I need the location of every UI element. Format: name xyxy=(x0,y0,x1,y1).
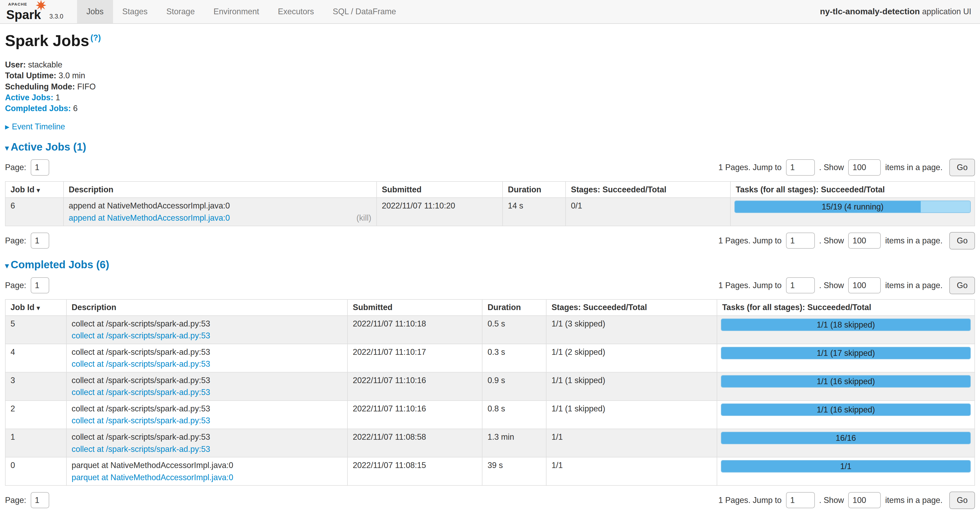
scheduling-mode-value: FIFO xyxy=(77,82,96,91)
page-number-input[interactable] xyxy=(31,233,49,249)
description-text: collect at /spark-scripts/spark-ad.py:53 xyxy=(72,347,342,357)
items-text: items in a page. xyxy=(885,236,943,246)
go-button[interactable]: Go xyxy=(949,277,975,294)
job-detail-link[interactable]: append at NativeMethodAccessorImpl.java:… xyxy=(69,213,230,222)
col-header-duration[interactable]: Duration xyxy=(503,181,566,198)
pagination-completed-bottom: Page: 1 Pages. Jump to . Show items in a… xyxy=(5,492,975,509)
active-jobs-table: Job Id ▾ Description Submitted Duration … xyxy=(5,181,975,227)
completed-jobs-link[interactable]: Completed Jobs: xyxy=(5,104,71,113)
main-content: Spark Jobs(?) User: stackable Total Upti… xyxy=(0,32,980,509)
tasks-progress-cell: 1/1 xyxy=(717,457,975,486)
col-header-job-id[interactable]: Job Id ▾ xyxy=(5,181,64,198)
stages-cell: 1/1 (3 skipped) xyxy=(546,316,717,344)
items-per-page-input[interactable] xyxy=(848,159,881,175)
col-header-submitted[interactable]: Submitted xyxy=(347,300,482,316)
nav-tab-environment[interactable]: Environment xyxy=(204,0,268,23)
submitted-cell: 2022/11/07 11:10:18 xyxy=(347,316,482,344)
tasks-progress-bar: 1/1 (16 skipped) xyxy=(721,375,971,388)
progress-label: 1/1 (17 skipped) xyxy=(721,347,970,359)
go-button[interactable]: Go xyxy=(949,492,975,509)
description-cell: append at NativeMethodAccessorImpl.java:… xyxy=(64,198,377,226)
show-text: . Show xyxy=(819,281,844,290)
summary-completed-jobs: Completed Jobs: 6 xyxy=(5,103,975,114)
job-id-cell: 0 xyxy=(5,457,67,486)
jump-to-page-input[interactable] xyxy=(786,159,815,175)
jump-to-page-input[interactable] xyxy=(786,277,815,294)
tasks-progress-bar: 15/19 (4 running) xyxy=(734,200,971,213)
stages-cell: 0/1 xyxy=(566,198,730,226)
collapse-arrow-icon: ▾ xyxy=(5,261,9,270)
job-detail-link[interactable]: parquet at NativeMethodAccessorImpl.java… xyxy=(72,473,234,482)
jump-to-page-input[interactable] xyxy=(786,492,815,508)
description-text: collect at /spark-scripts/spark-ad.py:53 xyxy=(72,376,342,385)
event-timeline-toggle[interactable]: ▶Event Timeline xyxy=(5,122,975,132)
active-jobs-section-toggle[interactable]: ▾Active Jobs (1) xyxy=(5,141,975,153)
active-jobs-count: 1 xyxy=(56,93,60,102)
go-button[interactable]: Go xyxy=(949,232,975,249)
help-link[interactable]: (?) xyxy=(91,33,101,42)
active-jobs-section-title: Active Jobs (1) xyxy=(11,141,86,153)
col-header-description[interactable]: Description xyxy=(67,300,347,316)
page-number-input[interactable] xyxy=(31,492,49,508)
nav-tab-jobs[interactable]: Jobs xyxy=(77,0,113,23)
items-per-page-input[interactable] xyxy=(848,277,881,294)
pages-jump-text: 1 Pages. Jump to xyxy=(719,281,782,290)
col-header-description[interactable]: Description xyxy=(64,181,377,198)
col-header-tasks[interactable]: Tasks (for all stages): Succeeded/Total xyxy=(717,300,975,316)
page-label: Page: xyxy=(5,236,26,246)
submitted-cell: 2022/11/07 11:08:58 xyxy=(347,429,482,457)
collapse-arrow-icon: ▾ xyxy=(5,144,9,152)
submitted-cell: 2022/11/07 11:08:15 xyxy=(347,457,482,486)
job-id-cell: 4 xyxy=(5,344,67,372)
tasks-progress-bar: 1/1 xyxy=(721,460,971,473)
page-number-input[interactable] xyxy=(31,277,49,294)
top-navbar: APACHE Spark 3.3.0 Jobs Stages Storage E… xyxy=(0,0,980,24)
submitted-cell: 2022/11/07 11:10:16 xyxy=(347,372,482,400)
go-button[interactable]: Go xyxy=(949,159,975,176)
nav-tab-executors[interactable]: Executors xyxy=(269,0,323,23)
job-detail-link[interactable]: collect at /spark-scripts/spark-ad.py:53 xyxy=(72,331,210,340)
spark-brand[interactable]: APACHE Spark 3.3.0 xyxy=(0,0,68,23)
submitted-cell: 2022/11/07 11:10:17 xyxy=(347,344,482,372)
nav-tab-storage[interactable]: Storage xyxy=(157,0,204,23)
tasks-progress-bar: 1/1 (16 skipped) xyxy=(721,403,971,416)
duration-cell: 14 s xyxy=(503,198,566,226)
items-per-page-input[interactable] xyxy=(848,233,881,249)
job-detail-link[interactable]: collect at /spark-scripts/spark-ad.py:53 xyxy=(72,416,210,425)
description-cell: parquet at NativeMethodAccessorImpl.java… xyxy=(67,457,347,486)
summary-block: User: stackable Total Uptime: 3.0 min Sc… xyxy=(5,59,975,114)
completed-jobs-count: 6 xyxy=(73,104,78,113)
description-cell: collect at /spark-scripts/spark-ad.py:53… xyxy=(67,344,347,372)
col-header-duration[interactable]: Duration xyxy=(482,300,546,316)
nav-tab-stages[interactable]: Stages xyxy=(113,0,157,23)
items-text: items in a page. xyxy=(885,496,943,505)
completed-jobs-section-toggle[interactable]: ▾Completed Jobs (6) xyxy=(5,259,975,271)
col-header-stages[interactable]: Stages: Succeeded/Total xyxy=(566,181,730,198)
description-text: parquet at NativeMethodAccessorImpl.java… xyxy=(72,461,342,470)
expand-arrow-icon: ▶ xyxy=(5,124,9,130)
kill-link[interactable]: (kill) xyxy=(356,213,371,223)
active-jobs-link[interactable]: Active Jobs: xyxy=(5,93,53,102)
spark-logo: APACHE Spark xyxy=(6,1,46,22)
col-header-job-id[interactable]: Job Id ▾ xyxy=(5,300,67,316)
col-header-stages[interactable]: Stages: Succeeded/Total xyxy=(546,300,717,316)
jump-to-page-input[interactable] xyxy=(786,233,815,249)
description-text: collect at /spark-scripts/spark-ad.py:53 xyxy=(72,404,342,413)
job-detail-link[interactable]: collect at /spark-scripts/spark-ad.py:53 xyxy=(72,445,210,454)
page-number-input[interactable] xyxy=(31,159,49,175)
progress-label: 1/1 (16 skipped) xyxy=(721,404,970,416)
page-label: Page: xyxy=(5,496,26,505)
items-per-page-input[interactable] xyxy=(848,492,881,508)
duration-cell: 0.9 s xyxy=(482,372,546,400)
tasks-progress-bar: 1/1 (17 skipped) xyxy=(721,347,971,359)
tasks-progress-cell: 1/1 (16 skipped) xyxy=(717,372,975,400)
completed-job-row-0: 0 parquet at NativeMethodAccessorImpl.ja… xyxy=(5,457,975,486)
completed-job-row-3: 3 collect at /spark-scripts/spark-ad.py:… xyxy=(5,372,975,400)
col-header-tasks[interactable]: Tasks (for all stages): Succeeded/Total xyxy=(730,181,975,198)
nav-tab-sql-dataframe[interactable]: SQL / DataFrame xyxy=(323,0,406,23)
job-detail-link[interactable]: collect at /spark-scripts/spark-ad.py:53 xyxy=(72,388,210,397)
job-detail-link[interactable]: collect at /spark-scripts/spark-ad.py:53 xyxy=(72,359,210,368)
description-text: collect at /spark-scripts/spark-ad.py:53 xyxy=(72,432,342,442)
user-label: User: xyxy=(5,60,25,69)
col-header-submitted[interactable]: Submitted xyxy=(377,181,503,198)
